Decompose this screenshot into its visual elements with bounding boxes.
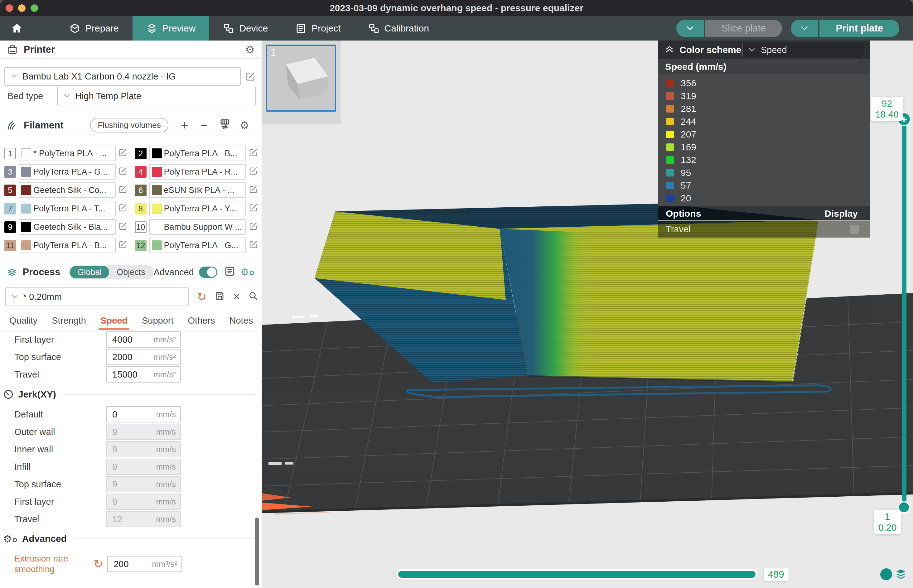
tab-notes[interactable]: Notes: [229, 315, 253, 330]
filament-item-8[interactable]: 8 PolyTerra PLA - Y...: [135, 201, 258, 216]
filament-select[interactable]: PolyTerra PLA - T...: [19, 201, 116, 216]
accel-travel-input[interactable]: 15000mm/s²: [106, 366, 181, 383]
filament-item-4[interactable]: 4 PolyTerra PLA - R...: [135, 164, 258, 179]
advanced-toggle[interactable]: [199, 267, 218, 278]
scope-objects-button[interactable]: Objects: [109, 266, 153, 278]
layers-view-icon[interactable]: [894, 567, 908, 584]
save-preset-icon[interactable]: [215, 291, 225, 303]
collapse-panel-icon[interactable]: [664, 44, 674, 56]
slice-plate-button[interactable]: Slice plate: [705, 19, 782, 37]
setting-value: 9: [111, 427, 156, 437]
titlebar: 2023-03-09 dynamic overhang speed - pres…: [0, 0, 913, 16]
filament-select[interactable]: PolyTerra PLA - Y...: [149, 201, 246, 216]
layer-range-slider[interactable]: [902, 119, 907, 508]
filament-item-3[interactable]: 3 PolyTerra PLA - G...: [4, 164, 128, 179]
setting-row-jerk-first-layer: First layer 9mm/s: [0, 493, 262, 510]
filament-edit-icon[interactable]: [249, 203, 258, 215]
filament-item-2[interactable]: 2 PolyTerra PLA - B...: [135, 145, 258, 161]
tab-quality[interactable]: Quality: [9, 315, 37, 330]
filament-edit-icon[interactable]: [118, 221, 128, 233]
jerk-outer-wall-input[interactable]: 9mm/s: [106, 424, 181, 440]
tab-device[interactable]: Device: [209, 16, 281, 40]
filament-edit-icon[interactable]: [118, 148, 128, 159]
filament-item-10[interactable]: 10 Bambu Support W ...: [135, 219, 258, 235]
parameter-table-icon[interactable]: [224, 266, 236, 279]
tab-others[interactable]: Others: [188, 315, 215, 330]
filament-item-6[interactable]: 6 eSUN Silk PLA - ...: [135, 183, 258, 198]
printer-edit-icon[interactable]: [245, 71, 256, 84]
tab-support[interactable]: Support: [142, 315, 174, 330]
print-options-dropdown[interactable]: [791, 19, 818, 37]
search-settings-icon[interactable]: [248, 291, 259, 303]
accel-first-layer-input[interactable]: 4000mm/s²: [106, 331, 181, 347]
ers-input[interactable]: 200mm³/s²: [107, 556, 182, 572]
filament-select[interactable]: Bambu Support W ...: [149, 219, 246, 235]
filament-select[interactable]: * PolyTerra PLA - ...: [19, 145, 116, 161]
filament-item-12[interactable]: 12 PolyTerra PLA - G...: [135, 237, 258, 253]
slice-options-dropdown[interactable]: [676, 19, 704, 37]
jerk-default-input[interactable]: 0mm/s: [106, 406, 181, 422]
filament-edit-icon[interactable]: [249, 148, 258, 159]
ers-reset-icon[interactable]: ↻: [94, 558, 103, 570]
accel-top-surface-input[interactable]: 2000mm/s²: [106, 349, 181, 365]
jerk-inner-wall-input[interactable]: 9mm/s: [106, 441, 181, 457]
filament-select[interactable]: eSUN Silk PLA - ...: [149, 183, 246, 198]
bed-type-select[interactable]: High Temp Plate: [57, 87, 256, 105]
printer-settings-gear-icon[interactable]: ⚙: [246, 44, 255, 55]
filament-item-11[interactable]: 11 PolyTerra PLA - B...: [4, 237, 128, 253]
color-scheme-select[interactable]: Speed: [742, 43, 864, 57]
filament-item-5[interactable]: 5 Geetech Silk - Co...: [4, 183, 128, 198]
printer-preset-select[interactable]: Bambu Lab X1 Carbon 0.4 nozzle - IG: [4, 67, 241, 86]
filament-number-badge: 8: [135, 203, 147, 215]
travel-checkbox[interactable]: [850, 225, 859, 234]
filament-edit-icon[interactable]: [118, 166, 128, 178]
delete-preset-icon[interactable]: ×: [233, 291, 240, 302]
filament-item-9[interactable]: 9 Geetech Silk - Bla...: [4, 219, 128, 235]
filament-select[interactable]: Geetech Silk - Bla...: [19, 219, 116, 235]
ams-sync-icon[interactable]: [219, 118, 230, 132]
flushing-volumes-button[interactable]: Flushing volumes: [90, 118, 168, 132]
reset-preset-icon[interactable]: ↻: [197, 291, 207, 302]
filament-select[interactable]: PolyTerra PLA - G...: [19, 164, 116, 179]
home-button[interactable]: [0, 16, 34, 40]
jerk-first-layer-input[interactable]: 9mm/s: [106, 494, 181, 510]
filament-select[interactable]: PolyTerra PLA - G...: [149, 237, 246, 253]
filament-select[interactable]: Geetech Silk - Co...: [19, 183, 116, 198]
sidebar-scrollbar[interactable]: [255, 517, 259, 585]
process-params-gears-icon[interactable]: ⚙⚙: [241, 268, 255, 277]
window-controls[interactable]: [6, 4, 38, 12]
filament-item-1[interactable]: 1 * PolyTerra PLA - ...: [4, 145, 128, 161]
filament-select[interactable]: PolyTerra PLA - R...: [149, 164, 246, 179]
tab-strength[interactable]: Strength: [52, 315, 86, 330]
filament-edit-icon[interactable]: [249, 166, 258, 178]
filament-item-7[interactable]: 7 PolyTerra PLA - T...: [4, 201, 128, 216]
filament-edit-icon[interactable]: [249, 184, 258, 196]
zoom-window-button[interactable]: [31, 4, 38, 12]
tab-preview[interactable]: Preview: [133, 16, 210, 40]
filament-select[interactable]: PolyTerra PLA - B...: [19, 237, 116, 253]
filament-select[interactable]: PolyTerra PLA - B...: [149, 145, 246, 161]
filament-edit-icon[interactable]: [249, 240, 258, 251]
scope-global-button[interactable]: Global: [70, 266, 109, 278]
move-step-handle[interactable]: [880, 569, 892, 580]
plate-thumbnail-1[interactable]: 1: [266, 45, 336, 111]
jerk-travel-input[interactable]: 12mm/s: [106, 511, 181, 527]
process-preset-select[interactable]: * 0.20mm: [5, 288, 189, 306]
filament-settings-gear-icon[interactable]: ⚙: [240, 120, 249, 131]
minimize-window-button[interactable]: [18, 4, 26, 12]
print-plate-button[interactable]: Print plate: [819, 19, 899, 37]
filament-edit-icon[interactable]: [249, 221, 258, 233]
close-window-button[interactable]: [6, 4, 13, 12]
tab-prepare[interactable]: Prepare: [55, 16, 133, 40]
filament-edit-icon[interactable]: [118, 203, 128, 215]
filament-edit-icon[interactable]: [118, 184, 128, 196]
tab-speed[interactable]: Speed: [100, 315, 128, 330]
move-step-slider[interactable]: [396, 569, 758, 580]
preview-3d-viewport[interactable]: 1 Color scheme Speed Speed (mm/s) 3: [262, 40, 913, 588]
filament-edit-icon[interactable]: [118, 240, 128, 251]
tab-project[interactable]: Project: [281, 16, 354, 40]
settings-scroll-area[interactable]: First layer 4000mm/s² Top surface 2000mm…: [0, 331, 262, 578]
tab-calibration[interactable]: Calibration: [354, 16, 443, 40]
jerk-infill-input[interactable]: 9mm/s: [106, 459, 181, 475]
jerk-top-surface-input[interactable]: 9mm/s: [106, 476, 181, 492]
